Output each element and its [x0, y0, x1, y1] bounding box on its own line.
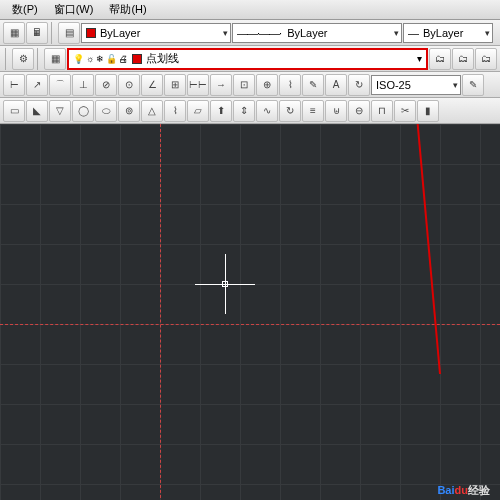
layer-tool3-icon[interactable]: 🗂	[475, 48, 497, 70]
watermark: Baidu经验 jingyan.baidu.com	[401, 480, 490, 500]
dim-ordinate-icon[interactable]: ⊥	[72, 74, 94, 96]
dim-center-icon[interactable]: ⊕	[256, 74, 278, 96]
menu-params[interactable]: 数(P)	[4, 2, 46, 17]
color-label: ByLayer	[100, 27, 140, 39]
box-icon[interactable]: ▭	[3, 100, 25, 122]
layer-color-swatch	[132, 54, 142, 64]
centerline-vertical	[160, 124, 161, 500]
dim-arc-icon[interactable]: ⌒	[49, 74, 71, 96]
lineweight-preview-icon: —	[408, 27, 419, 39]
dim-edit-icon[interactable]: ✎	[302, 74, 324, 96]
current-layer-name: 点划线	[146, 51, 179, 66]
lineweight-combo[interactable]: — ByLayer	[403, 23, 493, 43]
pyramid-icon[interactable]: △	[141, 100, 163, 122]
layer-states-icon[interactable]: ⚙	[12, 48, 34, 70]
torus-icon[interactable]: ⊚	[118, 100, 140, 122]
layer-tool1-icon[interactable]: 🗂	[429, 48, 451, 70]
layer-tool2-icon[interactable]: 🗂	[452, 48, 474, 70]
lineweight-label: ByLayer	[423, 27, 463, 39]
centerline-horizontal	[0, 324, 500, 325]
slice-icon[interactable]: ✂	[394, 100, 416, 122]
cone-icon[interactable]: ▽	[49, 100, 71, 122]
calculator-icon[interactable]: 🖩	[26, 22, 48, 44]
linetype-label: ByLayer	[287, 27, 327, 39]
dim-text-icon[interactable]: A	[325, 74, 347, 96]
presspull-icon[interactable]: ⇕	[233, 100, 255, 122]
crosshair-cursor	[195, 254, 255, 314]
union-icon[interactable]: ⊎	[325, 100, 347, 122]
sphere-icon[interactable]: ◯	[72, 100, 94, 122]
dim-aligned-icon[interactable]: ↗	[26, 74, 48, 96]
dim-style-edit-icon[interactable]: ✎	[462, 74, 484, 96]
properties-toolbar: ▦ 🖩 ▤ ByLayer ——·——· ByLayer — ByLayer	[0, 20, 500, 46]
dim-quick-icon[interactable]: ⊞	[164, 74, 186, 96]
lightbulb-icon: 💡	[73, 54, 84, 64]
drawing-canvas[interactable]: Baidu经验 jingyan.baidu.com	[0, 124, 500, 500]
color-combo[interactable]: ByLayer	[81, 23, 231, 43]
cylinder-icon[interactable]: ⬭	[95, 100, 117, 122]
wedge-icon[interactable]: ◣	[26, 100, 48, 122]
dim-jog-icon[interactable]: ⌇	[279, 74, 301, 96]
lock-icon: 🔓	[106, 54, 117, 64]
linetype-combo[interactable]: ——·——· ByLayer	[232, 23, 402, 43]
linetype-preview-icon: ——·——·	[237, 27, 281, 39]
dim-linear-icon[interactable]: ⊢	[3, 74, 25, 96]
planar-icon[interactable]: ▱	[187, 100, 209, 122]
subtract-icon[interactable]: ⊖	[348, 100, 370, 122]
sun-icon: ☼	[86, 54, 94, 64]
menu-bar: 数(P) 窗口(W) 帮助(H)	[0, 0, 500, 20]
sweep-icon[interactable]: ∿	[256, 100, 278, 122]
freeze-icon: ❄	[96, 54, 104, 64]
color-swatch-icon	[86, 28, 96, 38]
current-layer-combo[interactable]: 💡☼❄🔓🖨 点划线	[67, 48, 428, 70]
menu-window[interactable]: 窗口(W)	[46, 2, 102, 17]
layer-state-icons: 💡☼❄🔓🖨	[73, 54, 128, 64]
dim-continue-icon[interactable]: →	[210, 74, 232, 96]
match-props-icon[interactable]: ▤	[58, 22, 80, 44]
menu-help[interactable]: 帮助(H)	[101, 2, 154, 17]
dim-tol-icon[interactable]: ⊡	[233, 74, 255, 96]
layer-manager-icon[interactable]: ▦	[44, 48, 66, 70]
dim-style-label: ISO-25	[376, 79, 411, 91]
layers-toolbar: ⚙ ▦ 💡☼❄🔓🖨 点划线 🗂 🗂 🗂	[0, 46, 500, 72]
solids-toolbar: ▭ ◣ ▽ ◯ ⬭ ⊚ △ ⌇ ▱ ⬆ ⇕ ∿ ↻ ≡ ⊎ ⊖ ⊓ ✂ ▮	[0, 98, 500, 124]
dim-radius-icon[interactable]: ⊘	[95, 74, 117, 96]
dim-style-combo[interactable]: ISO-25	[371, 75, 461, 95]
intersect-icon[interactable]: ⊓	[371, 100, 393, 122]
dim-diameter-icon[interactable]: ⊙	[118, 74, 140, 96]
layer-props-icon[interactable]: ▦	[3, 22, 25, 44]
dimension-toolbar: ⊢ ↗ ⌒ ⊥ ⊘ ⊙ ∠ ⊞ ⊢⊢ → ⊡ ⊕ ⌇ ✎ A ↻ ISO-25 …	[0, 72, 500, 98]
dim-angular-icon[interactable]: ∠	[141, 74, 163, 96]
loft-icon[interactable]: ≡	[302, 100, 324, 122]
extrude-icon[interactable]: ⬆	[210, 100, 232, 122]
plot-icon: 🖨	[119, 54, 128, 64]
helix-icon[interactable]: ⌇	[164, 100, 186, 122]
revolve-icon[interactable]: ↻	[279, 100, 301, 122]
thicken-icon[interactable]: ▮	[417, 100, 439, 122]
dim-baseline-icon[interactable]: ⊢⊢	[187, 74, 209, 96]
dim-update-icon[interactable]: ↻	[348, 74, 370, 96]
